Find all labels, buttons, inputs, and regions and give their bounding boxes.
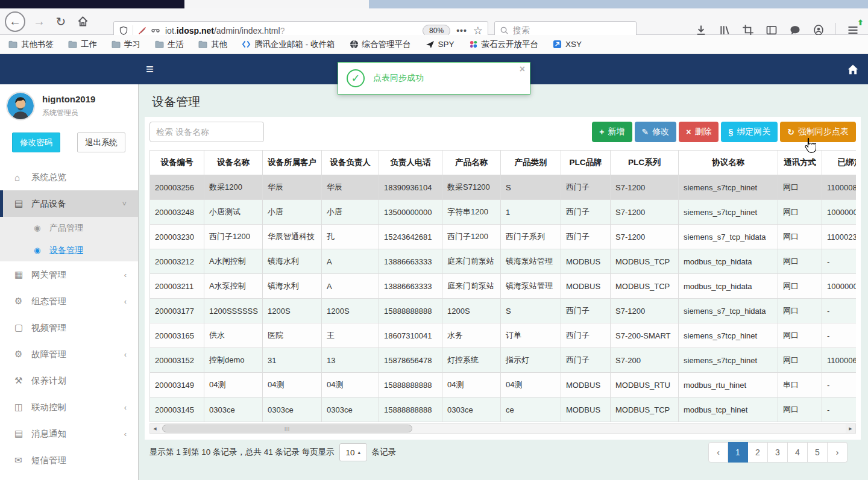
table-row[interactable]: 2000031450303ce0303ce0303ce1588888888803… xyxy=(150,397,857,422)
sidebar-item[interactable]: ⌂系统总览 xyxy=(0,164,139,190)
browser-home-button[interactable] xyxy=(74,13,92,31)
refresh-action-button[interactable]: ↻强制同步点表 xyxy=(780,122,856,142)
sidebar-item[interactable]: ▢视频管理 xyxy=(0,314,139,341)
table-cell: MODBUS_TCP xyxy=(611,274,679,299)
table-row[interactable]: 20000314904测04测04测1588888888804测04测MODBU… xyxy=(150,373,857,397)
table-cell: siemens_s7_tcp_hidata xyxy=(679,299,778,323)
scroll-right-arrow-icon[interactable]: ▶ xyxy=(846,424,855,433)
column-header[interactable]: 协议名称 xyxy=(679,151,778,175)
bookmark-item[interactable]: 学习 xyxy=(112,39,140,50)
sidebar-toggle-icon[interactable]: ≡ xyxy=(146,61,154,78)
bookmark-item[interactable]: 工作 xyxy=(68,39,97,50)
bookmark-item[interactable]: SPY xyxy=(426,40,454,49)
sidebar-item[interactable]: ◫联动控制‹ xyxy=(0,394,139,420)
table-row[interactable]: 200003152控制demo311315878656478灯控系统指示灯西门子… xyxy=(150,348,857,373)
column-header[interactable]: 设备负责人 xyxy=(322,151,379,175)
table-cell: S7-200-SMART xyxy=(611,323,679,348)
page-actions-icon[interactable]: ••• xyxy=(456,26,467,36)
monitor-icon: ▢ xyxy=(14,322,31,333)
reload-button[interactable]: ↻ xyxy=(52,13,70,31)
caret-up-icon: ▴ xyxy=(358,449,361,455)
table-row[interactable]: 200003256数采1200华辰华辰18390936104数采S71200S西… xyxy=(150,175,857,200)
sidebar-item[interactable]: ✉短信管理 xyxy=(0,447,139,473)
table-row[interactable]: 200003248小唐测试小唐小唐13500000000字符串12001西门子S… xyxy=(150,200,857,225)
sidebar-item[interactable]: ▦网关管理‹ xyxy=(0,261,139,288)
sidebar-item[interactable]: ⚙组态管理‹ xyxy=(0,288,139,314)
page-button[interactable]: 2 xyxy=(748,442,768,463)
sidebar-item[interactable]: ▥客户管理 xyxy=(0,473,139,480)
bookmark-item[interactable]: XSY xyxy=(553,40,582,49)
back-button[interactable]: ← xyxy=(5,11,25,32)
column-header[interactable]: 设备所属客户 xyxy=(263,151,322,175)
action-button-label: 修改 xyxy=(652,126,669,137)
sidebar-item[interactable]: ▤产品设备˅ xyxy=(0,190,139,217)
bookmark-item[interactable]: 生活 xyxy=(155,39,184,50)
permissions-icon[interactable] xyxy=(151,26,160,36)
table-cell: 水务 xyxy=(442,323,501,348)
color-grid-icon xyxy=(469,40,478,49)
sidebar-item[interactable]: ⚙故障管理‹ xyxy=(0,341,139,367)
device-search-input[interactable] xyxy=(149,122,264,142)
bookmark-item[interactable]: 腾讯企业邮箱 - 收件箱 xyxy=(242,39,335,50)
column-header[interactable]: 负责人电话 xyxy=(379,151,442,175)
link-action-button[interactable]: §绑定网关 xyxy=(721,122,778,142)
forward-button[interactable]: → xyxy=(30,13,48,31)
bookmark-item[interactable]: 其他 xyxy=(198,39,227,50)
table-cell: 15888888888 xyxy=(379,373,442,397)
column-header[interactable]: 设备名称 xyxy=(204,151,263,175)
bookmark-item[interactable]: 其他书签 xyxy=(8,39,54,50)
page-button[interactable]: 5 xyxy=(808,442,828,463)
table-row[interactable]: 200003211A水泵控制镇海水利A13886663333庭来门前泵站镇海泵站… xyxy=(150,274,857,299)
sidebar-subitem[interactable]: ◉产品管理 xyxy=(0,217,139,239)
table-row[interactable]: 200003230西门子1200华辰智通科技孔15243642681西门子120… xyxy=(150,225,857,249)
column-header[interactable]: 设备编号 xyxy=(150,151,204,175)
gear-icon: ⚙ xyxy=(14,349,31,360)
column-header[interactable]: 产品类别 xyxy=(501,151,561,175)
column-header[interactable]: PLC品牌 xyxy=(561,151,611,175)
prev-page-button[interactable]: ‹ xyxy=(708,442,728,463)
bookmark-item[interactable]: 萤石云开放平台 xyxy=(469,39,539,50)
table-cell: 1 xyxy=(501,200,561,225)
table-cell: 供水 xyxy=(204,323,263,348)
blocked-plugin-icon[interactable] xyxy=(137,26,147,36)
mail-icon: ✉ xyxy=(14,455,31,466)
tencent-mail-icon xyxy=(242,40,251,49)
app-home-icon[interactable] xyxy=(846,63,860,76)
pencil-action-button[interactable]: ✎修改 xyxy=(635,122,677,142)
column-header[interactable]: PLC系列 xyxy=(611,151,679,175)
sidebar-item[interactable]: ⚒保养计划 xyxy=(0,367,139,394)
column-header[interactable]: 通讯方式 xyxy=(778,151,822,175)
table-row[interactable]: 2000031771200SSSSSS1200S1200S15888888888… xyxy=(150,299,857,323)
column-header[interactable]: 产品名称 xyxy=(442,151,501,175)
logout-button[interactable]: 退出系统 xyxy=(77,132,125,152)
change-password-button[interactable]: 修改密码 xyxy=(12,132,60,152)
toast-close-icon[interactable]: × xyxy=(520,64,525,75)
globe-icon xyxy=(350,40,359,49)
horizontal-scrollbar[interactable]: ◀ ||| ▶ xyxy=(149,423,856,434)
table-cell: - xyxy=(822,373,857,397)
table-cell: A xyxy=(322,249,379,274)
sidebar-subitem[interactable]: ◉设备管理 xyxy=(0,239,139,261)
table-row[interactable]: 200003212A水闸控制镇海水利A13886663333庭来门前泵站镇海泵站… xyxy=(150,249,857,274)
page-button[interactable]: 4 xyxy=(788,442,808,463)
table-cell: 0303ce xyxy=(263,397,322,422)
table-cell: 西门子 xyxy=(561,323,611,348)
table-cell: 孔 xyxy=(322,225,379,249)
sidebar-item[interactable]: ▤消息通知‹ xyxy=(0,420,139,447)
x-action-button[interactable]: ×删除 xyxy=(679,122,719,142)
page-button[interactable]: 1 xyxy=(728,442,748,463)
scrollbar-thumb[interactable]: ||| xyxy=(162,425,412,432)
table-cell: 0303ce xyxy=(322,397,379,422)
bookmark-item[interactable]: 综合管理平台 xyxy=(350,39,411,50)
scroll-left-arrow-icon[interactable]: ◀ xyxy=(150,424,160,433)
next-page-button[interactable]: › xyxy=(828,442,848,463)
scrollbar-track[interactable]: ||| xyxy=(160,424,846,433)
browser-active-tab[interactable] xyxy=(184,0,369,8)
table-row[interactable]: 200003165供水医院王18607310041水务订单西门子S7-200-S… xyxy=(150,323,857,348)
bookmark-label: 生活 xyxy=(168,39,184,50)
page-button[interactable]: 3 xyxy=(768,442,788,463)
plus-action-button[interactable]: +新增 xyxy=(592,122,632,142)
page-size-select[interactable]: 10 ▴ xyxy=(339,443,367,461)
column-header[interactable]: 已绑定网关 xyxy=(822,151,857,175)
shield-icon[interactable] xyxy=(119,26,128,36)
